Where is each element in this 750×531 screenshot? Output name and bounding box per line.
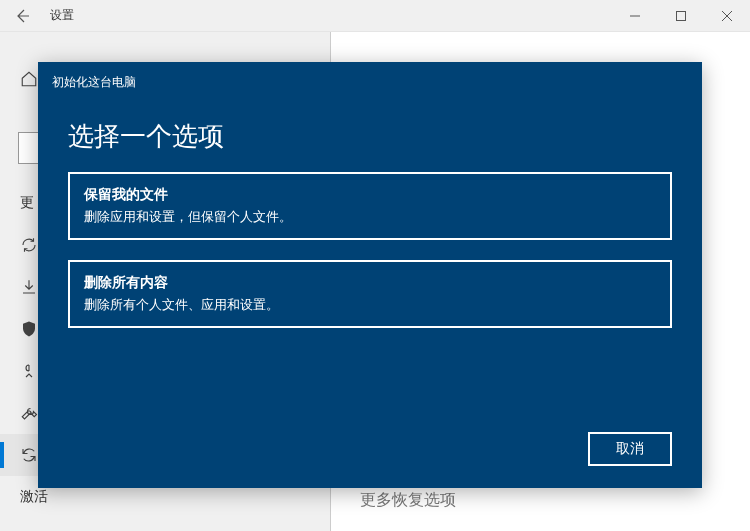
svg-rect-0 [677,11,686,20]
option-keep-files[interactable]: 保留我的文件 删除应用和设置，但保留个人文件。 [68,172,672,240]
wrench-icon [20,404,38,422]
dialog-header: 初始化这台电脑 [38,62,702,91]
home-icon[interactable] [20,70,38,92]
cancel-label: 取消 [616,440,644,456]
back-icon[interactable] [12,6,32,26]
window-controls [612,0,750,32]
troubleshoot-icon [20,362,38,380]
dialog-subtitle: 初始化这台电脑 [52,75,136,89]
nav-label: 激活 [20,488,48,506]
minimize-button[interactable] [612,0,658,32]
shield-icon [20,320,38,338]
window-titlebar: 设置 [0,0,750,32]
option-title: 保留我的文件 [84,186,656,204]
cancel-button[interactable]: 取消 [588,432,672,466]
recovery-icon [20,446,38,464]
option-title: 删除所有内容 [84,274,656,292]
dialog-title: 选择一个选项 [38,91,702,172]
dialog-footer: 取消 [38,414,702,488]
sync-icon [20,236,38,254]
nav-label: 更 [20,194,34,212]
reset-pc-dialog: 初始化这台电脑 选择一个选项 保留我的文件 删除应用和设置，但保留个人文件。 删… [38,62,702,488]
close-button[interactable] [704,0,750,32]
option-desc: 删除所有个人文件、应用和设置。 [84,296,656,314]
option-list: 保留我的文件 删除应用和设置，但保留个人文件。 删除所有内容 删除所有个人文件、… [38,172,702,328]
titlebar-left: 设置 [0,6,74,26]
behind-text: 更多恢复选项 [360,490,456,511]
download-icon [20,278,38,296]
maximize-button[interactable] [658,0,704,32]
option-remove-everything[interactable]: 删除所有内容 删除所有个人文件、应用和设置。 [68,260,672,328]
option-desc: 删除应用和设置，但保留个人文件。 [84,208,656,226]
window-title: 设置 [50,7,74,24]
